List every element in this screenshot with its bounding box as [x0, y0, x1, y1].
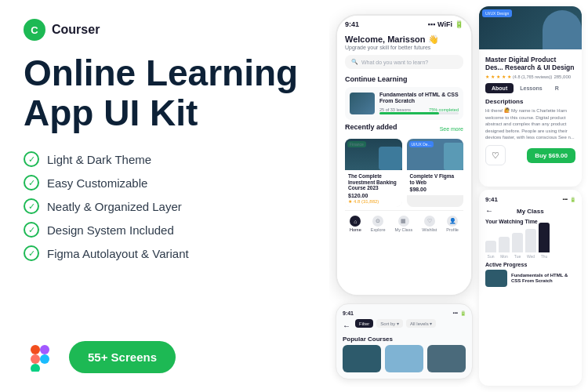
- wifi-icon: WiFi: [437, 20, 452, 28]
- status-icons: ▪▪▪ WiFi 🔋: [428, 20, 464, 28]
- nav-explore[interactable]: ⊙ Explore: [371, 216, 386, 232]
- course-price-2: $98.00: [410, 187, 461, 192]
- instructor-silhouette: [543, 10, 582, 49]
- filter-button[interactable]: Filter: [355, 319, 373, 328]
- feature-item-5: ✓ Figma Autolayout & Variant: [24, 245, 306, 261]
- svg-rect-3: [31, 364, 40, 372]
- bar-wed: Wed: [525, 229, 536, 259]
- watching-title: Your Watching Time: [485, 219, 575, 224]
- profile-icon: 👤: [447, 216, 458, 227]
- back-arrow[interactable]: ←: [343, 321, 350, 330]
- left-panel: C Courser Online Learning App UI Kit ✓ L…: [0, 0, 329, 392]
- bar-tue-fill: [512, 233, 523, 252]
- bar-thu-fill: [539, 223, 550, 252]
- filter-row: Filter Sort by ▾ All levels ▾: [355, 319, 436, 328]
- nav-myclass-label: My Class: [395, 227, 413, 232]
- level-button[interactable]: All levels ▾: [406, 319, 436, 328]
- detail-content: Master Digital Product Des... Research &…: [479, 49, 582, 172]
- popular-thumb-2: [385, 345, 423, 372]
- my-class-card: 9:41 ▪▪▪ 🔋 ← My Class Your Watching Time…: [479, 190, 582, 386]
- course-rating-1: ★ 4.8 (31,882): [348, 198, 399, 204]
- feature-item-1: ✓ Light & Dark Theme: [24, 151, 306, 167]
- feature-item-4: ✓ Design System Included: [24, 222, 306, 238]
- myclass-nav: ← My Class: [485, 206, 575, 216]
- phone2-status: 9:41 ▪▪▪ 🔋: [485, 196, 575, 203]
- course-thumbnail: [350, 93, 375, 114]
- bar-sun-fill: [485, 241, 496, 252]
- signal-icon: ▪▪▪: [428, 20, 436, 28]
- bar-thu: Thu: [539, 223, 550, 259]
- svg-rect-1: [31, 354, 40, 364]
- phone2-battery-icon: 🔋: [570, 197, 575, 202]
- sub-text: Upgrade your skill for better futures: [345, 45, 463, 50]
- course-info: Fundamentals of HTML & CSS From Scratch …: [379, 92, 459, 115]
- check-icon-1: ✓: [24, 151, 39, 167]
- active-course-thumb: [485, 270, 507, 287]
- active-progress-title: Active Progress: [485, 262, 575, 267]
- buy-button[interactable]: Buy $69.00: [527, 148, 575, 163]
- course-card-1[interactable]: Finance The Complete Investment Banking …: [345, 139, 402, 207]
- course-card-2[interactable]: UI/UX De... Complete V Figma to Web $98.…: [407, 139, 464, 207]
- tab-about[interactable]: About: [485, 83, 514, 93]
- bar-sun: Sun: [485, 241, 496, 259]
- popular-thumb-3: [427, 345, 466, 372]
- feature-label-4: Design System Included: [47, 223, 174, 237]
- star-1: ★: [485, 74, 489, 79]
- star-icon: ★: [348, 198, 352, 204]
- bar-chart: Sun Mon Tue Wed Thu: [485, 227, 575, 259]
- course-card-info-2: Complete V Figma to Web $98.00: [407, 170, 464, 196]
- sort-button[interactable]: Sort by ▾: [376, 319, 403, 328]
- wishlist-button[interactable]: ♡: [485, 145, 506, 165]
- bar-wed-label: Wed: [527, 254, 535, 259]
- svg-point-4: [40, 354, 49, 364]
- screens-button[interactable]: 55+ Screens: [69, 341, 176, 373]
- nav-home[interactable]: ⌂ Home: [350, 216, 361, 232]
- nav-profile[interactable]: 👤 Profile: [446, 216, 459, 232]
- progress-fill: [379, 112, 439, 114]
- brand-name: Courser: [52, 23, 100, 37]
- tab-reviews[interactable]: R: [549, 83, 565, 93]
- svg-rect-0: [31, 345, 40, 354]
- ux-design-badge: UI/UX Design: [482, 9, 512, 17]
- desc-text: Hi there! 🙋 My name is Charlette Ham wel…: [485, 107, 575, 140]
- home-icon: ⌂: [350, 216, 361, 227]
- search-icon: 🔍: [351, 59, 358, 65]
- course-price-1: $120.00: [348, 193, 399, 198]
- small-nav-row: ← Filter Sort by ▾ All levels ▾: [343, 319, 466, 332]
- small-phone-bottom: 9:41 ▪▪▪ 🔋 ← Filter Sort by ▾ All levels…: [336, 303, 473, 379]
- detail-course-image: UI/UX Design: [479, 6, 582, 49]
- right-panel: 9:41 ▪▪▪ WiFi 🔋 Welcome, Marisson 👋 Upgr…: [329, 0, 588, 392]
- bar-thu-label: Thu: [541, 254, 548, 259]
- nav-myclass[interactable]: ▦ My Class: [395, 216, 413, 232]
- tab-lessons[interactable]: Lessons: [514, 83, 548, 93]
- nav-home-label: Home: [350, 227, 361, 232]
- feature-label-2: Easy Customizable: [47, 176, 147, 190]
- course-card-info-1: The Complete Investment Banking Course 2…: [345, 170, 402, 207]
- check-icon-2: ✓: [24, 175, 39, 191]
- progress-wrap: 25 of 33 lessons 75% completed: [379, 107, 459, 114]
- course-name-2: Complete V Figma to Web: [410, 173, 461, 186]
- course-name: Fundamentals of HTML & CSS From Scratch: [379, 92, 459, 105]
- feature-label-1: Light & Dark Theme: [47, 153, 151, 166]
- progress-pct: 75% completed: [429, 107, 459, 112]
- small-phone-time: 9:41: [343, 310, 354, 316]
- star-3: ★: [496, 74, 500, 79]
- figma-icon: [24, 340, 56, 373]
- features-list: ✓ Light & Dark Theme ✓ Easy Customizable…: [24, 151, 306, 261]
- myclass-back-arrow[interactable]: ←: [485, 206, 493, 215]
- logo-area: C Courser: [24, 19, 306, 41]
- search-bar[interactable]: 🔍 What do you want to learn?: [345, 55, 463, 69]
- tabs-row[interactable]: About Lessons R: [485, 83, 575, 93]
- feature-item-2: ✓ Easy Customizable: [24, 175, 306, 191]
- course-detail-card: UI/UX Design Master Digital Product Des.…: [479, 6, 582, 187]
- bottom-actions: 55+ Screens: [24, 340, 306, 373]
- bar-sun-label: Sun: [488, 254, 495, 259]
- feature-label-5: Figma Autolayout & Variant: [47, 247, 189, 260]
- active-course-name: Fundamentals of HTML & CSS From Scratch: [511, 273, 575, 284]
- phone-status-bar: 9:41 ▪▪▪ WiFi 🔋: [337, 16, 471, 30]
- continue-course-card: Fundamentals of HTML & CSS From Scratch …: [345, 87, 463, 120]
- recently-header: Recently added See more: [345, 123, 463, 135]
- see-more-link[interactable]: See more: [440, 126, 463, 132]
- nav-wishlist[interactable]: ♡ Wishlist: [422, 216, 437, 232]
- myclass-title: My Class: [517, 208, 544, 215]
